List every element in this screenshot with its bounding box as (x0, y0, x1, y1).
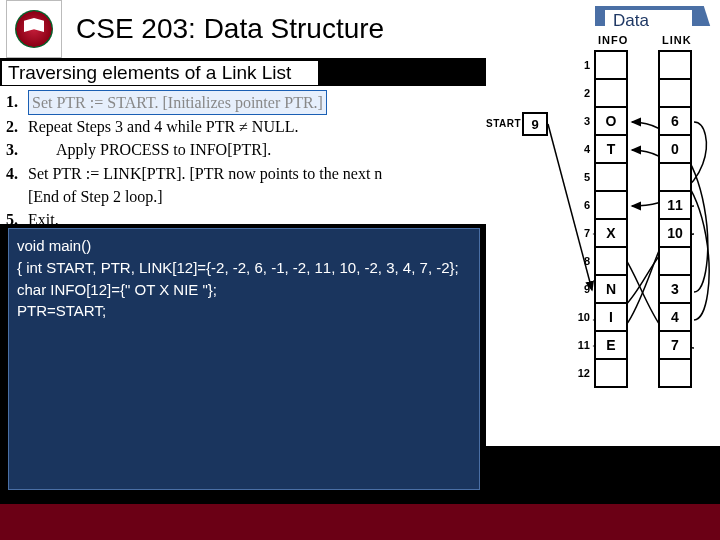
row-index: 12 (572, 367, 590, 379)
row-index: 6 (572, 199, 590, 211)
course-title: CSE 203: Data Structure (76, 13, 384, 45)
row-index: 5 (572, 171, 590, 183)
info-cell: T (594, 134, 628, 164)
university-logo (6, 0, 62, 58)
info-cell: I (594, 302, 628, 332)
info-cell (594, 358, 628, 388)
code-line: { int START, PTR, LINK[12]={-2, -2, 6, -… (17, 257, 471, 279)
row-index: 1 (572, 59, 590, 71)
row-index: 7 (572, 227, 590, 239)
link-cell (658, 162, 692, 192)
algorithm-box: 1.Set PTR := START. [Initializes pointer… (0, 86, 486, 224)
link-cell: 6 (658, 106, 692, 136)
info-cell (594, 190, 628, 220)
link-cell: 0 (658, 134, 692, 164)
info-cell: O (594, 106, 628, 136)
algorithm-step: 4.Set PTR := LINK[PTR]. [PTR now points … (6, 162, 486, 185)
algorithm-step: 1.Set PTR := START. [Initializes pointer… (6, 90, 486, 115)
link-cell (658, 358, 692, 388)
link-cell: 4 (658, 302, 692, 332)
link-cell (658, 246, 692, 276)
footer-bar (0, 504, 720, 540)
link-cell (658, 50, 692, 80)
linked-list-diagram: INFO LINK START 9 123456789101112OT (486, 26, 720, 446)
code-line: void main() (17, 235, 471, 257)
link-cell (658, 78, 692, 108)
row-index: 10 (572, 311, 590, 323)
start-label: START (486, 118, 521, 129)
algorithm-step: 2.Repeat Steps 3 and 4 while PTR ≠ NULL. (6, 115, 486, 138)
row-index: 11 (572, 339, 590, 351)
link-cell: 10 (658, 218, 692, 248)
row-index: 8 (572, 255, 590, 267)
row-index: 4 (572, 143, 590, 155)
link-cell: 7 (658, 330, 692, 360)
row-index: 3 (572, 115, 590, 127)
link-cell: 3 (658, 274, 692, 304)
code-line: PTR=START; (17, 300, 471, 322)
slide-subtitle: Traversing elements of a Link List (2, 61, 318, 85)
info-cell (594, 78, 628, 108)
info-cell: N (594, 274, 628, 304)
info-cell (594, 162, 628, 192)
row-index: 9 (572, 283, 590, 295)
info-cell: E (594, 330, 628, 360)
code-line: char INFO[12]={" OT X NIE "}; (17, 279, 471, 301)
info-cell (594, 50, 628, 80)
algorithm-step: 3.Apply PROCESS to INFO[PTR]. (6, 138, 486, 161)
link-column-label: LINK (662, 34, 692, 46)
info-cell (594, 246, 628, 276)
info-column-label: INFO (598, 34, 628, 46)
start-value: 9 (522, 112, 548, 136)
info-cell: X (594, 218, 628, 248)
row-index: 2 (572, 87, 590, 99)
link-cell: 11 (658, 190, 692, 220)
code-box: void main(){ int START, PTR, LINK[12]={-… (8, 228, 480, 490)
algorithm-step: [End of Step 2 loop.] (6, 185, 486, 208)
